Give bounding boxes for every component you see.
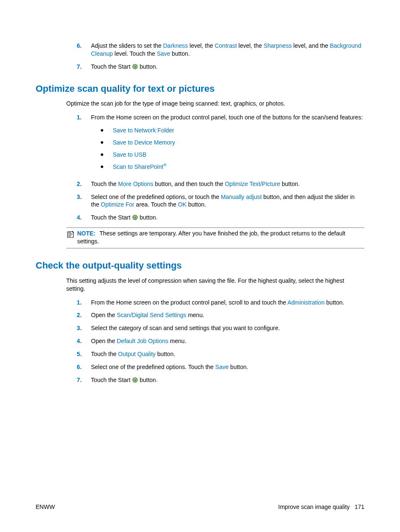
bullet-label: Save to USB xyxy=(113,151,146,159)
step-number: 7. xyxy=(77,376,91,385)
step-number: 7. xyxy=(77,63,91,72)
bullet-label: Save to Device Memory xyxy=(113,139,175,147)
procedure-step: 3.Select one of the predefined options, … xyxy=(77,193,364,209)
procedure-step: 2.Touch the More Options button, and the… xyxy=(77,180,364,188)
ui-term: Save xyxy=(157,50,170,57)
step-number: 5. xyxy=(77,350,91,358)
note-label: NOTE: xyxy=(77,230,96,237)
ui-term: OK xyxy=(178,201,187,208)
step-number: 3. xyxy=(77,193,91,209)
procedure-step: 1.From the Home screen on the product co… xyxy=(77,114,364,175)
step-body: Select one of the predefined options, or… xyxy=(91,193,364,209)
bullet-label: Scan to SharePoint® xyxy=(113,163,166,171)
bullet-icon: ● xyxy=(100,127,113,134)
footer-right: Improve scan image quality 171 xyxy=(278,503,364,511)
step-number: 1. xyxy=(77,114,91,175)
list-item: ●Save to USB xyxy=(100,151,364,159)
bullet-icon: ● xyxy=(100,151,113,158)
ui-term: Darkness xyxy=(163,42,188,49)
step-number: 1. xyxy=(77,299,91,307)
ui-term: Manually adjust xyxy=(221,194,262,200)
step-body: From the Home screen on the product cont… xyxy=(91,114,364,175)
ui-term: Default Job Options xyxy=(117,338,169,344)
optimize-intro: Optimize the scan job for the type of im… xyxy=(66,100,364,108)
step-body: Touch the Start button. xyxy=(91,376,364,385)
page-footer: ENWW Improve scan image quality 171 xyxy=(36,503,364,511)
output-intro: This setting adjusts the level of compre… xyxy=(66,277,364,293)
step-number: 3. xyxy=(77,324,91,332)
ui-term: Contrast xyxy=(215,42,237,49)
step-body: Adjust the sliders to set the Darkness l… xyxy=(91,42,364,58)
ui-term: Optimize For xyxy=(101,201,134,208)
heading-check-output-quality: Check the output-quality settings xyxy=(36,259,364,272)
note-box: NOTE: These settings are temporary. Afte… xyxy=(66,227,364,248)
procedure-step: 2.Open the Scan/Digital Send Settings me… xyxy=(77,311,364,319)
procedure-step: 5.Touch the Output Quality button. xyxy=(77,350,364,358)
footer-left: ENWW xyxy=(36,503,55,511)
step-body: Touch the Start button. xyxy=(91,63,364,72)
step-body: Touch the More Options button, and then … xyxy=(91,180,364,188)
bullet-icon: ● xyxy=(100,163,113,170)
heading-optimize-scan-quality: Optimize scan quality for text or pictur… xyxy=(36,83,364,95)
start-icon xyxy=(132,64,138,72)
procedure-step: 6.Adjust the sliders to set the Darkness… xyxy=(77,42,364,58)
list-item: ●Scan to SharePoint® xyxy=(100,163,364,171)
step-body: Open the Default Job Options menu. xyxy=(91,337,364,345)
step-body: Select one of the predefined options. To… xyxy=(91,363,364,371)
step-body: Select the category of scan and send set… xyxy=(91,324,364,332)
continuation-steps: 6.Adjust the sliders to set the Darkness… xyxy=(36,42,364,72)
ui-term: Sharpness xyxy=(264,42,292,49)
ui-term: Output Quality xyxy=(118,351,156,357)
bullet-list: ●Save to Network Folder●Save to Device M… xyxy=(91,127,364,171)
step-number: 6. xyxy=(77,363,91,371)
start-icon xyxy=(132,377,138,385)
step-body: Open the Scan/Digital Send Settings menu… xyxy=(91,311,364,319)
ui-term: Administration xyxy=(287,299,325,306)
list-item: ●Save to Device Memory xyxy=(100,139,364,147)
note-text: These settings are temporary. After you … xyxy=(77,230,345,245)
step-body: Touch the Output Quality button. xyxy=(91,350,364,358)
procedure-step: 4.Open the Default Job Options menu. xyxy=(77,337,364,345)
step-body: Touch the Start button. xyxy=(91,214,364,222)
procedure-step: 4.Touch the Start button. xyxy=(77,214,364,222)
ui-term: Save xyxy=(215,364,229,370)
step-number: 4. xyxy=(77,337,91,345)
procedure-step: 6.Select one of the predefined options. … xyxy=(77,363,364,371)
procedure-step: 1.From the Home screen on the product co… xyxy=(77,299,364,307)
step-number: 2. xyxy=(77,180,91,188)
step-number: 4. xyxy=(77,214,91,222)
ui-term: Optimize Text/Picture xyxy=(225,181,280,187)
procedure-step: 3.Select the category of scan and send s… xyxy=(77,324,364,332)
start-icon xyxy=(132,214,138,222)
step-number: 6. xyxy=(77,42,91,58)
bullet-icon: ● xyxy=(100,139,113,146)
note-icon xyxy=(66,230,77,239)
step-number: 2. xyxy=(77,311,91,319)
bullet-label: Save to Network Folder xyxy=(113,127,174,134)
procedure-step: 7.Touch the Start button. xyxy=(77,376,364,385)
step-body: From the Home screen on the product cont… xyxy=(91,299,364,307)
list-item: ●Save to Network Folder xyxy=(100,127,364,134)
ui-term: More Options xyxy=(118,181,153,187)
procedure-step: 7.Touch the Start button. xyxy=(77,63,364,72)
ui-term: Scan/Digital Send Settings xyxy=(117,312,187,318)
